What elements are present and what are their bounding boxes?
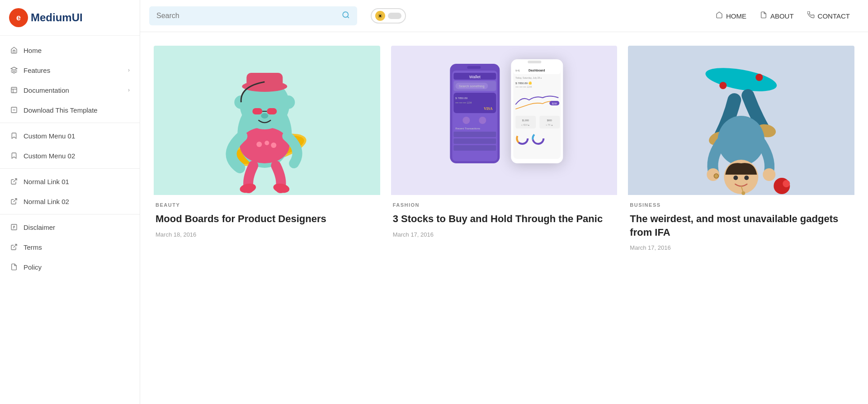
sidebar-item-normal-link-01[interactable]: Normal Link 01 [0,171,140,191]
sidebar-item-disclaimer[interactable]: Disclaimer [0,217,140,237]
svg-point-87 [783,180,790,187]
bookmark-icon [10,132,18,140]
svg-text:$ 7850.89: $ 7850.89 [455,97,467,100]
search-wrapper[interactable] [149,6,357,25]
header: ☀ HOME ABOUT CONTACT [140,0,868,32]
header-nav-about[interactable]: ABOUT [760,11,794,20]
sidebar-item-documentation[interactable]: Documentation › [0,80,140,100]
card-2[interactable]: Wallet Search something $ 7850.89 •••• •… [391,46,618,251]
sidebar-item-normal-link-02[interactable]: Normal Link 02 [0,191,140,211]
card-category: FASHION [393,202,616,208]
svg-rect-74 [528,61,541,63]
header-nav-home[interactable]: HOME [716,11,746,20]
sidebar-item-download[interactable]: Download This Template [0,100,140,120]
header-nav-label: ABOUT [770,12,794,20]
svg-point-88 [714,174,719,178]
skater-illustration [628,46,854,195]
logo: e MediumUI [0,0,140,36]
card-category: BUSINESS [630,202,853,208]
card-3[interactable]: BUSINESS The weirdest, and most unavaila… [628,46,854,251]
svg-line-14 [347,16,349,18]
phone-illustration: Wallet Search something $ 7850.89 •••• •… [391,46,618,195]
card-date: March 18, 2016 [156,231,378,238]
divider-1 [0,123,140,123]
svg-point-82 [763,168,776,181]
svg-point-20 [264,141,269,145]
svg-text:$1,800: $1,800 [522,119,529,122]
svg-point-45 [462,117,470,124]
svg-rect-51 [453,138,496,144]
svg-point-77 [756,74,763,81]
svg-point-31 [239,182,257,194]
svg-text:Wallet: Wallet [469,75,481,79]
logo-text: MediumUI [31,11,83,24]
card-title: Mood Boards for Product Designers [156,212,378,226]
svg-point-19 [256,142,262,147]
divider-3 [0,214,140,214]
svg-point-90 [742,191,745,195]
svg-text:Search something: Search something [459,85,485,88]
sidebar-item-label: Download This Template [24,106,98,114]
divider-2 [0,168,140,169]
svg-text:•••• •••• •••• 1234: •••• •••• •••• 1234 [455,101,472,104]
sidebar-item-label: Terms [24,243,42,251]
sidebar-item-home[interactable]: Home [0,40,140,60]
card-1[interactable]: BEAUTY Mood Boards for Product Designers… [154,46,380,251]
toggle-knob: ☀ [375,11,385,21]
svg-text:Dashboard: Dashboard [528,69,545,72]
search-icon[interactable] [342,11,350,21]
sidebar-item-features[interactable]: Features › [0,60,140,80]
svg-text:Today, Saturday, July 28 ▸: Today, Saturday, July 28 ▸ [515,76,542,79]
svg-line-12 [14,244,17,247]
svg-rect-50 [453,132,496,137]
layers-icon [10,66,18,74]
search-input[interactable] [156,12,337,20]
svg-point-28 [261,113,268,119]
sidebar-item-terms[interactable]: Terms [0,237,140,257]
svg-text:Recent Transactions: Recent Transactions [455,127,480,130]
sidebar-item-label: Disclaimer [24,223,55,231]
toggle-track [388,13,401,19]
download-icon [10,106,18,114]
svg-point-75 [704,63,778,95]
external-link-icon [10,197,18,205]
sidebar-item-label: Features [24,67,50,74]
header-nav: HOME ABOUT CONTACT [716,11,850,20]
card-image-1 [154,46,380,195]
theme-toggle[interactable]: ☀ [371,8,406,24]
file-icon [10,263,18,271]
svg-point-47 [479,117,486,124]
bear-illustration [154,46,380,195]
svg-point-18 [240,127,289,163]
svg-text:$ 7850.89 🟡: $ 7850.89 🟡 [515,81,532,85]
home-icon [716,11,723,20]
card-title: The weirdest, and most unavailable gadge… [630,212,853,239]
sidebar-item-policy[interactable]: Policy [0,257,140,277]
svg-rect-55 [513,66,561,159]
svg-rect-26 [267,108,277,114]
header-nav-label: HOME [726,12,746,20]
card-title: 3 Stocks to Buy and Hold Through the Pan… [393,212,616,226]
svg-rect-53 [467,66,481,69]
svg-point-32 [273,182,290,194]
svg-point-76 [720,82,727,89]
header-nav-contact[interactable]: CONTACT [807,11,850,20]
card-image-2: Wallet Search something $ 7850.89 •••• •… [391,46,618,195]
svg-rect-25 [252,108,262,114]
sidebar: e MediumUI Home Features › Documentation… [0,0,140,404]
bookmark-icon [10,152,18,160]
svg-marker-0 [11,67,17,70]
svg-line-6 [14,179,17,182]
svg-point-48 [487,117,494,124]
svg-text:+ 74 ▲: + 74 ▲ [546,124,553,126]
main-content: ☀ HOME ABOUT CONTACT [140,0,868,404]
card-image-3 [628,46,854,195]
external-link-icon [10,243,18,251]
sidebar-navigation: Home Features › Documentation › Download… [0,36,140,404]
sidebar-item-label: Documentation [24,86,69,94]
sidebar-item-custom-menu-01[interactable]: Custom Menu 01 [0,126,140,146]
doc-icon [10,86,18,94]
home-icon [10,46,18,54]
svg-rect-52 [453,145,496,151]
sidebar-item-custom-menu-02[interactable]: Custom Menu 02 [0,146,140,166]
